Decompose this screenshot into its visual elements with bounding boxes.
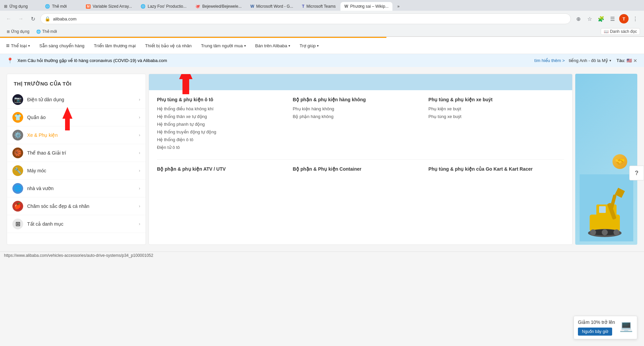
column-kart: Phụ tùng & phụ kiện của Go Kart & Kart R… xyxy=(428,166,564,174)
category-vehicles[interactable]: ⚙️ Xe & Phụ kiện › xyxy=(7,126,146,144)
link-than-xe[interactable]: Hệ thống thân xe tự động xyxy=(157,114,286,119)
close-covid-btn[interactable]: ✕ xyxy=(633,58,637,63)
link-truyen-dong[interactable]: Hệ thống truyền động tự động xyxy=(157,129,286,134)
language-chevron: ▾ xyxy=(609,59,611,62)
browser-chrome: ⊞ Ứng dụng 🌐 Thẻ mới M Variable Sized Ar… xyxy=(0,0,644,37)
machinery-chevron: › xyxy=(139,168,140,173)
nav-chevron-1: ▾ xyxy=(28,44,30,48)
nav-trung-tam-label: Trung tâm người mua xyxy=(201,43,243,48)
tab-more[interactable]: » xyxy=(393,2,433,11)
status-url: https://www.alibaba.com/vehicles-accesso… xyxy=(4,253,153,258)
covid-link[interactable]: tìm hiểu thêm > xyxy=(534,58,565,63)
beauty-chevron: › xyxy=(139,204,140,209)
link-phu-tung-xe-buyt[interactable]: Phụ tùng xe buýt xyxy=(428,114,557,119)
bookmark-label-new: Thẻ mới xyxy=(42,29,57,34)
nav-trung-tam[interactable]: Trung tâm người mua ▾ xyxy=(200,38,247,54)
section-divider xyxy=(157,159,564,160)
menu-button[interactable]: ⋮ xyxy=(631,14,640,23)
link-dien-tu[interactable]: Điện tử ô tô xyxy=(157,145,286,150)
tab-favicon-6: W xyxy=(250,4,254,9)
category-home[interactable]: 🌐 nhà và vườn › xyxy=(7,180,146,197)
link-dieu-hoa[interactable]: Hệ thống điều hòa không khí xyxy=(157,106,286,111)
help-button[interactable]: ? xyxy=(629,166,644,180)
tab-phuong-sai[interactable]: W Phương sai – Wikip... xyxy=(340,2,393,11)
chat-avatar[interactable]: 🤝 xyxy=(612,154,627,169)
nav-chevron-2: ▾ xyxy=(244,44,246,48)
covid-text: Xem Câu hỏi thường gặp về lô hàng corona… xyxy=(17,58,530,63)
vehicles-icon: ⚙️ xyxy=(14,131,21,139)
tab-label-7: Microsoft Teams xyxy=(307,4,336,9)
excavator-bg xyxy=(575,74,637,245)
language-label: tiếng Anh - đô la Mỹ xyxy=(569,58,608,63)
link-bo-phan-hk[interactable]: Bộ phận hàng không xyxy=(293,114,422,119)
reload-button[interactable]: ↻ xyxy=(28,14,38,23)
category-beauty[interactable]: 🍎 Chăm sóc sắc đẹp & cá nhân › xyxy=(7,197,146,215)
nav-ban-tren-label: Bán trên Alibaba xyxy=(255,43,287,48)
nav-ban-tren[interactable]: Bán trên Alibaba ▾ xyxy=(255,38,291,54)
nav-chevron-3: ▾ xyxy=(288,44,290,48)
all-icon: ⊞ xyxy=(15,220,20,228)
tabs-bar: ⊞ Ứng dụng 🌐 Thẻ mới M Variable Sized Ar… xyxy=(0,0,644,11)
link-phu-kien-hk[interactable]: Phụ kiện hàng không xyxy=(293,106,422,111)
nav-the-loai[interactable]: ≡ Thể loại ▾ xyxy=(5,38,31,54)
extensions-button[interactable]: 🧩 xyxy=(596,14,606,23)
tab-bejeweled[interactable]: 🐙 Bejeweled/Bejewele... xyxy=(191,2,246,11)
tab-label-4: Lazy Foo' Productio... xyxy=(148,4,186,9)
column-bus: Phụ tùng & phụ kiện xe buýt Phụ kiện xe … xyxy=(428,97,564,153)
tab-lazy-foo[interactable]: 🌐 Lazy Foo' Productio... xyxy=(137,2,191,11)
reading-list-icon: 📖 xyxy=(604,29,609,34)
reading-list-button[interactable]: 📖 Danh sách đọc xyxy=(601,28,640,35)
tab-variable[interactable]: M Variable Sized Array... xyxy=(82,2,136,11)
translate-button[interactable]: ⊕ xyxy=(574,14,583,23)
address-bar[interactable]: 🔒 alibaba.com xyxy=(40,13,571,24)
back-button[interactable]: ← xyxy=(4,14,13,23)
tab-the-moi[interactable]: 🌐 Thẻ mới xyxy=(41,2,81,11)
tab-ung-dung[interactable]: ⊞ Ứng dụng xyxy=(0,2,40,11)
bookmark-ung-dung[interactable]: ⊞ Ứng dụng xyxy=(4,28,32,35)
bookmark-favicon-new: 🌐 xyxy=(36,30,41,34)
category-clothing[interactable]: 👕 Quần áo › xyxy=(7,109,146,126)
category-machinery[interactable]: 🔧 Máy móc › xyxy=(7,162,146,180)
clothing-chevron: › xyxy=(139,115,140,120)
nav-thiet-bi-label: Thiết bị bảo vệ cá nhân xyxy=(145,43,192,48)
forward-button[interactable]: → xyxy=(16,14,25,23)
nav-tro-giup-label: Trợ giúp xyxy=(300,43,316,48)
svg-point-13 xyxy=(613,229,620,235)
category-electronics[interactable]: 📷 Điện tử dân dụng › xyxy=(7,91,146,109)
bookmark-button[interactable]: ☆ xyxy=(585,14,594,23)
nav-san-sang[interactable]: Sẵn sàng chuyển hàng xyxy=(39,38,85,54)
help-icon: ? xyxy=(635,170,639,177)
tau-label: Tàu: xyxy=(616,58,625,63)
tab-msteams[interactable]: T Microsoft Teams xyxy=(298,2,339,11)
tab-label-6: Microsoft Word - G... xyxy=(256,4,293,9)
home-label: nhà và vườn xyxy=(27,186,135,191)
language-button[interactable]: tiếng Anh - đô la Mỹ ▾ xyxy=(569,58,611,63)
category-sports[interactable]: 🏀 Thể thao & Giải trí › xyxy=(7,144,146,162)
machinery-icon: 🔧 xyxy=(14,167,21,174)
col-title-aviation: Bộ phận & phụ kiện hàng không xyxy=(293,97,422,102)
hamburger-icon: ≡ xyxy=(6,42,10,49)
link-dien[interactable]: Hệ thống điện ô tô xyxy=(157,137,286,142)
link-phu-kien-xe-buyt[interactable]: Phụ kiện xe buýt xyxy=(428,106,557,111)
electronics-label: Điện tử dân dụng xyxy=(27,97,135,102)
link-phanh[interactable]: Hệ thống phanh tự động xyxy=(157,122,286,127)
nav-thiet-bi[interactable]: Thiết bị bảo vệ cá nhân xyxy=(145,38,193,54)
machinery-label: Máy móc xyxy=(27,168,135,173)
user-avatar[interactable]: T xyxy=(619,14,629,23)
clothing-icon: 👕 xyxy=(14,114,21,121)
account-button[interactable]: ☰ xyxy=(608,14,617,23)
tab-favicon-7: T xyxy=(302,4,304,9)
machinery-icon-bg: 🔧 xyxy=(12,165,23,176)
tab-msword[interactable]: W Microsoft Word - G... xyxy=(246,2,297,11)
bookmark-favicon-apps: ⊞ xyxy=(7,30,10,34)
bookmark-the-moi[interactable]: 🌐 Thẻ mới xyxy=(34,28,60,35)
vehicles-label: Xe & Phụ kiện xyxy=(27,132,135,138)
category-all[interactable]: ⊞ Tất cả danh mục › xyxy=(7,215,146,233)
nav-trien-lam[interactable]: Triển lãm thương mại xyxy=(93,38,137,54)
home-icon: 🌐 xyxy=(14,185,21,192)
clothing-label: Quần áo xyxy=(27,115,135,120)
all-icon-bg: ⊞ xyxy=(12,219,23,229)
covid-banner: 📍 Xem Câu hỏi thường gặp về lô hàng coro… xyxy=(0,54,644,67)
nav-tro-giup[interactable]: Trợ giúp ▾ xyxy=(299,38,319,54)
nav-san-sang-label: Sẵn sàng chuyển hàng xyxy=(39,43,85,48)
